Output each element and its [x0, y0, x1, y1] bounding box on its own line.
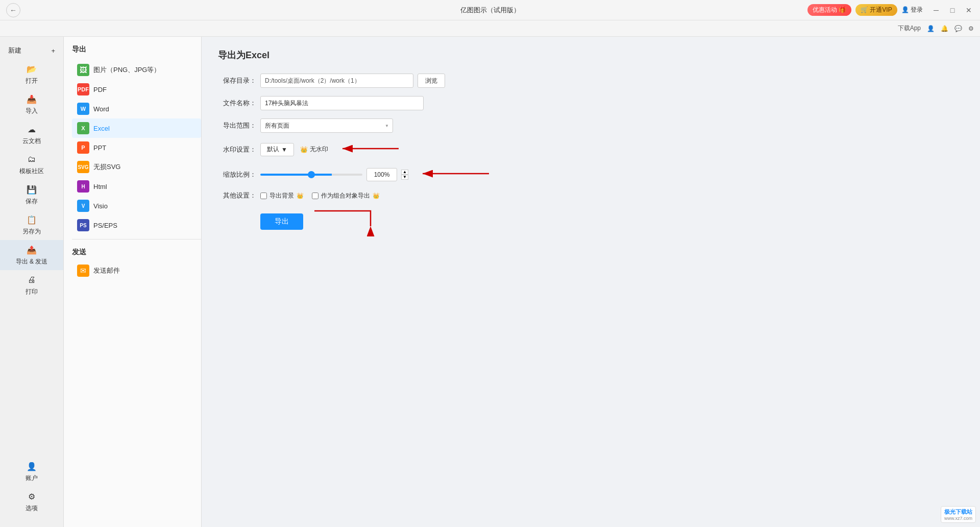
export-button-row: 导出	[218, 208, 964, 230]
visio-label: Visio	[93, 202, 108, 210]
export-item-word[interactable]: W Word	[72, 99, 201, 118]
export-button[interactable]: 导出	[260, 213, 303, 230]
sidebar-item-new[interactable]: 新建 +	[0, 42, 63, 59]
mail-label: 发送邮件	[93, 266, 120, 275]
image-icon: 🖼	[77, 64, 89, 76]
combine-label: 作为组合对象导出	[321, 191, 370, 200]
account-sidebar-icon: 👤	[26, 461, 37, 472]
cloud-label: 云文档	[22, 137, 41, 146]
sidebar-item-print[interactable]: 🖨 打印	[0, 270, 63, 300]
arrow-annotation-3	[309, 208, 376, 230]
app-title: 亿图图示（试用版）	[460, 6, 520, 15]
close-button[interactable]: ✕	[964, 5, 974, 15]
login-button[interactable]: 👤 登录	[901, 6, 923, 14]
export-bg-checkbox[interactable]	[260, 193, 267, 199]
export-bg-info-icon: 👑	[297, 193, 304, 199]
export-item-visio[interactable]: V Visio	[72, 196, 201, 215]
pdf-label: PDF	[93, 86, 107, 93]
export-item-ps[interactable]: PS PS/EPS	[72, 215, 201, 235]
slider-container: ▲ ▼	[260, 168, 408, 181]
print-icon: 🖨	[26, 274, 37, 285]
scale-up-button[interactable]: ▲	[401, 170, 408, 175]
back-button[interactable]: ←	[6, 3, 20, 17]
export-item-pdf[interactable]: PDF PDF	[72, 80, 201, 99]
titlebar: ← 亿图图示（试用版） 优惠活动 🎁 🛒 开通VIP 👤 登录 ─ □ ✕	[0, 0, 980, 20]
watermark-none-button[interactable]: 👑 无水印	[300, 145, 328, 154]
export-range-select[interactable]: 所有页面 当前页面	[260, 118, 393, 133]
arrow-annotation-1	[337, 141, 399, 158]
html-label: Html	[93, 183, 107, 190]
maximize-button[interactable]: □	[947, 5, 958, 15]
word-icon: W	[77, 103, 89, 115]
panel-divider	[72, 239, 201, 239]
print-label: 打印	[26, 288, 38, 296]
combine-checkbox-item[interactable]: 作为组合对象导出 👑	[312, 191, 380, 200]
sidebar-item-open[interactable]: 📂 打开	[0, 59, 63, 89]
sidebar-item-options[interactable]: ⚙ 选项	[0, 487, 63, 517]
word-label: Word	[93, 105, 109, 113]
export-item-image[interactable]: 🖼 图片（PNG、JPG等）	[72, 60, 201, 80]
watermark-row: 水印设置： 默认 ▼ 👑 无水印	[218, 141, 964, 158]
options-icon: ⚙	[26, 491, 37, 502]
sidebar-item-account[interactable]: 👤 账户	[0, 457, 63, 487]
import-label: 导入	[26, 107, 38, 115]
svg-icon: SVG	[77, 161, 89, 173]
vip-button[interactable]: 🛒 开通VIP	[855, 4, 897, 16]
filename-row: 文件名称：	[218, 96, 964, 110]
template-icon: 🗂	[26, 154, 37, 165]
open-icon: 📂	[26, 63, 37, 75]
content-wrapper: 导出为Excel 保存目录： 浏览 文件名称： 导出范围： 所有页面 当前页面	[218, 49, 964, 230]
export-range-label: 导出范围：	[218, 121, 256, 130]
export-item-ppt[interactable]: P PPT	[72, 138, 201, 157]
export-item-mail[interactable]: ✉ 发送邮件	[72, 261, 201, 280]
export-item-html[interactable]: H Html	[72, 177, 201, 196]
sidebar-item-save[interactable]: 💾 保存	[0, 180, 63, 210]
pdf-icon: PDF	[77, 83, 89, 95]
sidebar-item-import[interactable]: 📥 导入	[0, 89, 63, 119]
scale-label: 缩放比例：	[218, 170, 256, 179]
minimize-button[interactable]: ─	[931, 5, 941, 15]
visio-icon: V	[77, 200, 89, 212]
scale-input[interactable]	[366, 168, 397, 181]
combine-info-icon: 👑	[373, 193, 380, 199]
template-label: 模板社区	[19, 167, 44, 176]
export-bg-label: 导出背景	[270, 191, 294, 200]
sidebar-item-cloud[interactable]: ☁ 云文档	[0, 119, 63, 150]
save-label: 保存	[26, 197, 38, 206]
promo-button[interactable]: 优惠活动 🎁	[807, 4, 851, 16]
scale-slider[interactable]	[260, 174, 362, 176]
excel-icon: X	[77, 122, 89, 134]
message-icon[interactable]: 💬	[954, 25, 962, 32]
browse-button[interactable]: 浏览	[418, 74, 445, 88]
import-icon: 📥	[26, 93, 37, 105]
ppt-label: PPT	[93, 144, 106, 152]
account-icon[interactable]: 👤	[927, 25, 935, 32]
new-label: 新建	[8, 46, 21, 55]
export-item-svg[interactable]: SVG 无损SVG	[72, 157, 201, 177]
watermark-logo: 极光下载站 www.xz7.com	[941, 506, 976, 523]
filename-label: 文件名称：	[218, 99, 256, 108]
export-item-excel[interactable]: X Excel	[72, 118, 201, 138]
account-label: 账户	[26, 474, 38, 483]
save-path-input[interactable]	[260, 74, 413, 88]
sidebar-item-saveas[interactable]: 📋 另存为	[0, 210, 63, 240]
content-title: 导出为Excel	[218, 49, 964, 61]
notification-icon[interactable]: 🔔	[941, 25, 948, 32]
checkbox-group: 导出背景 👑 作为组合对象导出 👑	[260, 191, 380, 200]
excel-label: Excel	[93, 125, 110, 132]
export-bg-checkbox-item[interactable]: 导出背景 👑	[260, 191, 304, 200]
export-section-title: 导出	[72, 45, 201, 54]
filename-input[interactable]	[260, 96, 424, 110]
watermark-label: 水印设置：	[218, 145, 256, 154]
settings-icon[interactable]: ⚙	[968, 25, 974, 32]
scale-down-button[interactable]: ▼	[401, 175, 408, 180]
ps-label: PS/EPS	[93, 222, 117, 229]
combine-checkbox[interactable]	[312, 193, 318, 199]
watermark-default-button[interactable]: 默认 ▼	[260, 143, 294, 156]
html-icon: H	[77, 180, 89, 193]
image-label: 图片（PNG、JPG等）	[93, 65, 160, 75]
sidebar-item-template[interactable]: 🗂 模板社区	[0, 150, 63, 180]
save-icon: 💾	[26, 184, 37, 195]
sidebar-item-export[interactable]: 📤 导出 & 发送	[0, 240, 63, 270]
download-app-link[interactable]: 下载App	[898, 24, 921, 33]
